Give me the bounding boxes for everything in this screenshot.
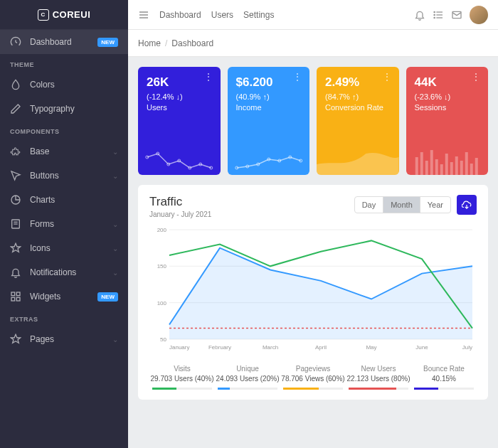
card-sparkline [228, 146, 310, 175]
svg-rect-37 [440, 164, 443, 175]
sidebar-item-forms[interactable]: Forms ⌄ [0, 212, 128, 236]
svg-rect-42 [465, 152, 467, 175]
sidebar-item-buttons[interactable]: Buttons ⌄ [0, 164, 128, 188]
breadcrumb-current: Dashboard [171, 38, 213, 48]
download-button[interactable] [457, 195, 477, 215]
grid-icon [10, 291, 21, 302]
sidebar: CCOREUI Dashboard NEW THEME Colors Typog… [0, 0, 128, 448]
stat-item: New Users 22.123 Users (80%) [346, 365, 411, 390]
stat-card: ⋮ 44K (-23.6% ↓) Sessions [406, 67, 489, 175]
card-label: Income [236, 102, 302, 112]
range-month[interactable]: Month [383, 197, 420, 213]
stat-bar [218, 388, 277, 390]
sidebar-item-colors[interactable]: Colors [0, 73, 128, 97]
card-sparkline [317, 146, 399, 175]
stat-cards: ⋮ 26K (-12.4% ↓) Users ⋮ $6.200 (40.9% ↑… [138, 67, 488, 175]
card-value: 44K [415, 75, 480, 90]
sidebar-item-label: Charts [30, 195, 55, 205]
logo[interactable]: CCOREUI [0, 0, 128, 30]
chevron-down-icon: ⌄ [112, 172, 118, 180]
svg-text:50: 50 [160, 336, 166, 343]
stat-item: Unique 24.093 Users (20%) [215, 365, 280, 390]
svg-text:150: 150 [157, 263, 167, 270]
stat-label: New Users [346, 365, 411, 373]
logo-icon: C [38, 9, 49, 21]
list-icon[interactable] [433, 9, 444, 21]
top-nav: Dashboard Users Settings [159, 10, 274, 20]
sidebar-item-label: Dashboard [30, 37, 72, 47]
stat-card: ⋮ 26K (-12.4% ↓) Users [138, 67, 221, 175]
chevron-down-icon: ⌄ [112, 269, 118, 277]
card-label: Sessions [415, 102, 480, 112]
svg-rect-43 [470, 164, 472, 175]
card-value: 2.49% [325, 75, 391, 90]
bell-icon[interactable] [414, 9, 425, 21]
chevron-down-icon: ⌄ [112, 220, 118, 228]
breadcrumb: Home / Dashboard [128, 30, 498, 57]
svg-text:March: March [263, 344, 278, 351]
nav-users[interactable]: Users [211, 10, 233, 20]
card-menu-icon[interactable]: ⋮ [292, 75, 302, 79]
sidebar-item-widgets[interactable]: Widgets NEW [0, 284, 128, 309]
svg-rect-44 [475, 158, 477, 175]
stat-bar [283, 388, 343, 390]
svg-text:100: 100 [157, 300, 167, 306]
svg-rect-38 [445, 154, 447, 175]
avatar[interactable] [470, 6, 488, 24]
sidebar-item-base[interactable]: Base ⌄ [0, 139, 128, 164]
sidebar-section-components: COMPONENTS [0, 121, 128, 139]
svg-rect-4 [11, 292, 15, 296]
card-sparkline [138, 146, 221, 175]
pencil-icon [10, 103, 21, 114]
stat-card: ⋮ $6.200 (40.9% ↑) Income [228, 67, 310, 175]
breadcrumb-separator: / [165, 38, 167, 48]
sidebar-section-theme: THEME [0, 54, 128, 73]
card-change: (-12.4% ↓) [147, 92, 212, 101]
sidebar-item-pages[interactable]: Pages ⌄ [0, 327, 128, 351]
stat-label: Unique [215, 365, 280, 373]
card-menu-icon[interactable]: ⋮ [382, 75, 392, 79]
range-day[interactable]: Day [355, 197, 384, 213]
menu-icon[interactable] [138, 9, 149, 21]
card-menu-icon[interactable]: ⋮ [471, 75, 481, 79]
sidebar-item-label: Forms [30, 219, 54, 229]
svg-text:April: April [315, 344, 327, 351]
range-year[interactable]: Year [420, 197, 450, 213]
svg-rect-6 [11, 297, 15, 301]
sidebar-item-charts[interactable]: Charts [0, 188, 128, 212]
breadcrumb-home[interactable]: Home [138, 38, 161, 48]
sidebar-item-notifications[interactable]: Notifications ⌄ [0, 260, 128, 284]
card-value: $6.200 [236, 75, 302, 90]
pie-icon [10, 194, 21, 206]
panel-subtitle: January - July 2021 [149, 210, 211, 218]
card-menu-icon[interactable]: ⋮ [203, 75, 213, 79]
puzzle-icon [10, 146, 21, 157]
card-sparkline [406, 146, 489, 175]
svg-text:June: June [415, 344, 428, 351]
card-change: (84.7% ↑) [325, 92, 391, 101]
star-icon [10, 334, 21, 345]
star-icon [10, 242, 21, 254]
svg-rect-36 [435, 159, 438, 175]
sidebar-item-typography[interactable]: Typography [0, 97, 128, 121]
svg-rect-7 [16, 297, 20, 301]
sidebar-item-icons[interactable]: Icons ⌄ [0, 236, 128, 260]
chevron-down-icon: ⌄ [112, 245, 118, 252]
cursor-icon [10, 170, 21, 181]
sidebar-item-label: Typography [30, 104, 75, 114]
traffic-chart: 50100150200JanuaryFebruaryMarchAprilMayJ… [149, 225, 477, 353]
svg-rect-40 [455, 156, 457, 175]
card-label: Conversion Rate [325, 102, 391, 112]
svg-text:February: February [208, 344, 231, 351]
traffic-panel: Traffic January - July 2021 Day Month Ye… [138, 185, 488, 400]
new-badge: NEW [97, 38, 118, 47]
card-change: (-23.6% ↓) [415, 92, 480, 101]
stat-card: ⋮ 2.49% (84.7% ↑) Conversion Rate [317, 67, 399, 175]
sidebar-item-dashboard[interactable]: Dashboard NEW [0, 30, 128, 54]
svg-text:January: January [169, 344, 189, 351]
nav-settings[interactable]: Settings [243, 10, 274, 20]
stat-item: Pageviews 78.706 Views (60%) [280, 365, 346, 390]
nav-dashboard[interactable]: Dashboard [159, 10, 201, 20]
svg-rect-33 [420, 152, 423, 175]
envelope-icon[interactable] [451, 9, 462, 21]
